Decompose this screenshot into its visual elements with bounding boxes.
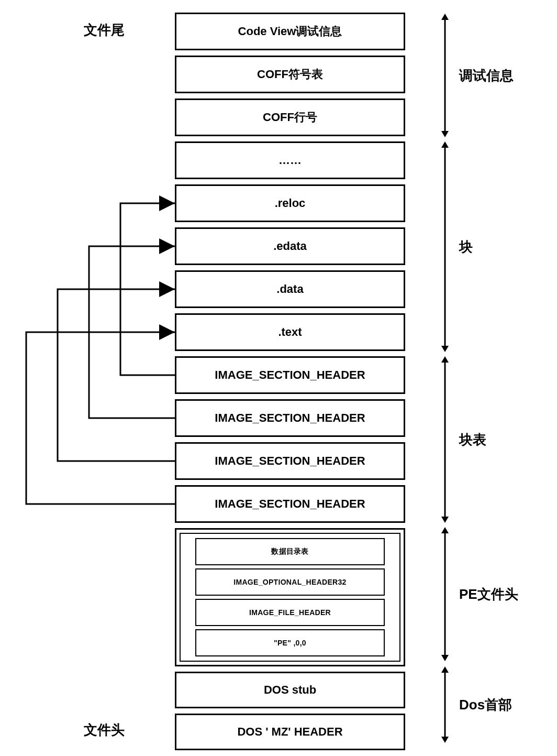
right-bracket-column: 调试信息 块 块表 PE文件头 Dos首部 [437, 13, 542, 744]
bracket-pe-header: PE文件头 [437, 526, 518, 662]
bracket-sections: 块 [437, 140, 473, 353]
bracket-section-table-label: 块表 [459, 431, 486, 449]
bracket-dos: Dos首部 [437, 665, 512, 744]
bracket-section-table: 块表 [437, 355, 486, 524]
bracket-pe-header-label: PE文件头 [459, 585, 518, 604]
bracket-debug-label: 调试信息 [459, 67, 514, 85]
bracket-dos-label: Dos首部 [459, 696, 512, 714]
bracket-debug: 调试信息 [437, 13, 514, 138]
bracket-sections-label: 块 [459, 238, 473, 256]
